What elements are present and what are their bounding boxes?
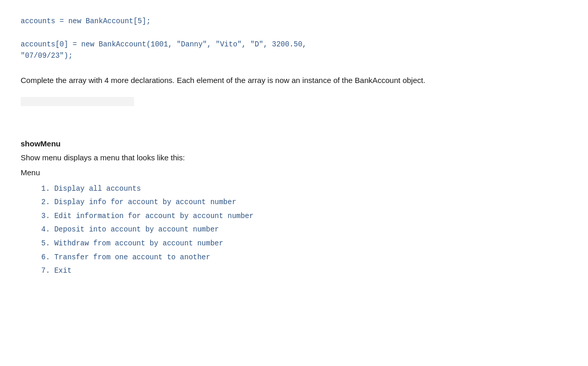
show-menu-description: Show menu displays a menu that looks lik… bbox=[21, 153, 567, 162]
menu-list-item: 6. Transfer from one account to another bbox=[41, 251, 567, 264]
section-spacer bbox=[21, 119, 567, 139]
instruction-text: Complete the array with 4 more declarati… bbox=[21, 74, 526, 87]
code-line-3: "07/09/23"); bbox=[21, 50, 567, 61]
menu-list-item: 5. Withdraw from account by account numb… bbox=[41, 237, 567, 251]
menu-label: Menu bbox=[21, 168, 567, 177]
code-section: accounts = new BankAccount[5]; accounts[… bbox=[21, 15, 567, 62]
code-line-2: accounts[0] = new BankAccount(1001, "Dan… bbox=[21, 39, 567, 50]
menu-list-item: 7. Exit bbox=[41, 264, 567, 278]
menu-list-item: 2. Display info for account by account n… bbox=[41, 195, 567, 209]
menu-list-item: 3. Edit information for account by accou… bbox=[41, 209, 567, 223]
placeholder-bar bbox=[21, 97, 134, 106]
menu-list-item: 1. Display all accounts bbox=[41, 182, 567, 196]
menu-list: 1. Display all accounts2. Display info f… bbox=[21, 182, 567, 278]
show-menu-title: showMenu bbox=[21, 139, 567, 148]
menu-list-item: 4. Deposit into account by account numbe… bbox=[41, 223, 567, 237]
code-line-1: accounts = new BankAccount[5]; bbox=[21, 15, 567, 27]
